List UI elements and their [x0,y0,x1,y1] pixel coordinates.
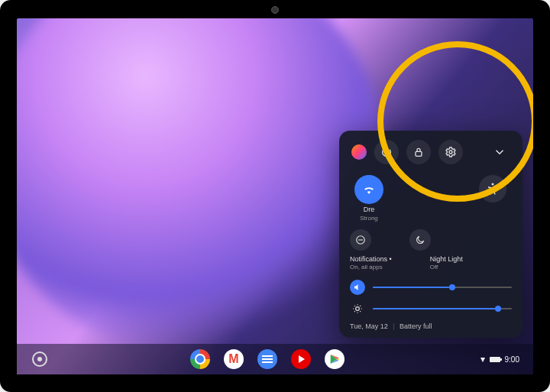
svg-point-2 [492,183,494,186]
notifications-label: Notifications • [350,255,392,263]
settings-button[interactable] [438,140,463,164]
quick-settings-panel: Dre Strong N [339,131,522,338]
brightness-slider-fill [373,308,495,309]
footer-separator: | [393,322,394,330]
svg-point-1 [449,151,452,154]
night-light-button[interactable] [409,229,431,251]
wifi-label: Dre [364,206,375,213]
accessibility-tile[interactable] [474,175,512,202]
quick-settings-tile-row-1: Dre Strong [350,175,512,222]
night-light-label: Night Light [430,255,463,263]
chrome-app-icon[interactable] [190,349,210,369]
brightness-icon [352,303,363,314]
brightness-icon-button[interactable] [350,301,365,316]
gear-icon [445,146,457,158]
quick-settings-label-row: Notifications • On, all apps Night Light… [350,255,512,271]
youtube-app-icon[interactable] [291,349,311,369]
docs-lines-icon [262,358,273,360]
wifi-tile[interactable]: Dre Strong [350,175,388,222]
svg-rect-0 [416,151,422,156]
volume-icon [353,283,362,292]
brightness-slider[interactable] [373,308,512,309]
tray-wifi-icon: ▾ [480,354,485,364]
power-icon [380,146,393,158]
docs-app-icon[interactable] [257,349,277,369]
launcher-button[interactable] [32,352,47,367]
do-not-disturb-icon [355,235,366,245]
night-light-sublabel: Off [430,264,463,271]
brightness-slider-row [350,301,512,316]
wallpaper [17,18,383,355]
system-tray[interactable]: ▾ 9:00 [472,354,533,364]
night-light-tile-label[interactable]: Night Light Off [430,255,463,271]
volume-slider[interactable] [373,287,512,288]
quick-settings-top-row [350,140,512,164]
brightness-slider-thumb[interactable] [495,306,501,312]
do-not-disturb-button[interactable] [350,229,371,251]
shelf-left [17,352,63,367]
shelf: M ▾ 9:00 [17,344,533,374]
lock-button[interactable] [406,140,431,164]
volume-slider-row [350,280,512,295]
front-camera [271,6,279,14]
svg-point-4 [356,307,360,311]
gmail-app-icon[interactable]: M [224,349,244,369]
night-light-icon [415,235,425,245]
play-store-icon [328,353,341,365]
wifi-sublabel: Strong [360,215,378,222]
lock-icon [412,146,425,158]
quick-settings-tile-row-2 [350,229,512,251]
footer-battery: Battery full [400,322,432,330]
user-avatar[interactable] [351,144,367,160]
volume-slider-fill [373,287,449,288]
notifications-tile-label[interactable]: Notifications • On, all apps [350,255,392,271]
notifications-sublabel: On, all apps [350,264,392,271]
footer-date: Tue, May 12 [350,322,388,330]
tablet-frame: Dre Strong N [0,0,550,392]
play-store-app-icon[interactable] [325,349,345,369]
accessibility-icon [486,182,500,196]
shelf-center: M [63,349,472,369]
accessibility-button[interactable] [479,175,506,202]
power-button[interactable] [374,140,399,164]
chevron-down-icon [493,145,506,159]
volume-icon-button[interactable] [350,280,365,295]
collapse-button[interactable] [487,140,512,164]
wifi-icon-button[interactable] [354,175,383,204]
volume-slider-thumb[interactable] [449,284,455,290]
quick-settings-footer: Tue, May 12 | Battery full [350,322,512,330]
wifi-icon [362,183,376,196]
tray-time: 9:00 [505,355,519,364]
play-triangle-icon [299,355,305,363]
launcher-icon [37,357,42,361]
tray-battery-icon [490,357,500,362]
screen: Dre Strong N [17,18,533,374]
